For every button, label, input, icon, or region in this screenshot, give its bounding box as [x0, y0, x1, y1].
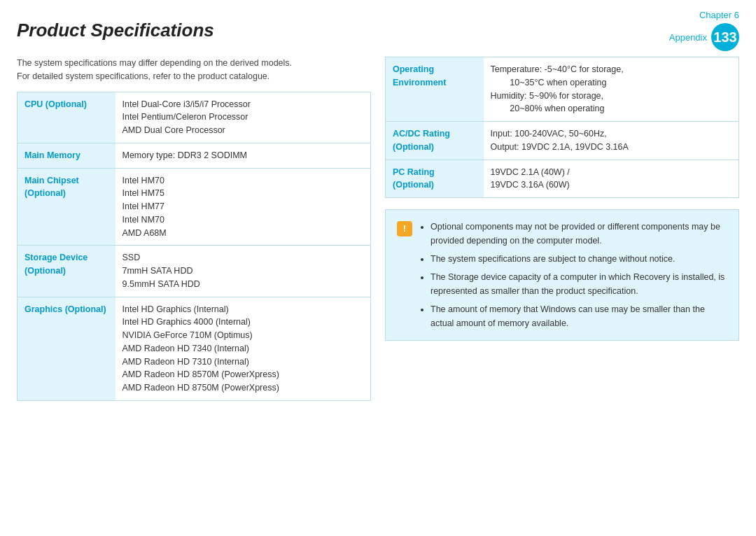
operating-env-label: OperatingEnvironment	[386, 57, 484, 122]
chapter-label: Chapter 6	[699, 10, 739, 20]
memory-label: Main Memory	[18, 143, 115, 168]
main-content: The system specifications may differ dep…	[0, 51, 756, 415]
table-row: OperatingEnvironment Temperature: -5~40°…	[386, 57, 739, 122]
left-column: The system specifications may differ dep…	[17, 51, 371, 401]
pc-rating-label: PC Rating (Optional)	[386, 160, 484, 198]
table-row: CPU (Optional) Intel Dual-Core i3/i5/i7 …	[18, 92, 371, 143]
appendix-label: Appendix	[669, 32, 707, 43]
table-row: AC/DC Rating(Optional) Input: 100-240VAC…	[386, 122, 739, 160]
acdc-value: Input: 100-240VAC, 50~60Hz, Output: 19VD…	[484, 122, 739, 160]
storage-value: SSD 7mmH SATA HDD 9.5mmH SATA HDD	[115, 246, 371, 297]
list-item: The Storage device capacity of a compute…	[430, 270, 727, 298]
operating-env-value: Temperature: -5~40°C for storage, 10~35°…	[484, 57, 739, 122]
intro-line1: The system specifications may differ dep…	[17, 58, 292, 68]
memory-value: Memory type: DDR3 2 SODIMM	[115, 143, 371, 168]
right-column: OperatingEnvironment Temperature: -5~40°…	[385, 51, 739, 401]
left-specs-table: CPU (Optional) Intel Dual-Core i3/i5/i7 …	[17, 92, 371, 401]
right-specs-table: OperatingEnvironment Temperature: -5~40°…	[385, 57, 739, 198]
chapter-area: Chapter 6 Appendix 133	[669, 10, 739, 51]
pc-rating-value: 19VDC 2.1A (40W) / 19VDC 3.16A (60W)	[484, 160, 739, 198]
list-item: The amount of memory that Windows can us…	[430, 302, 727, 330]
chapter-number-badge: 133	[711, 23, 739, 51]
storage-label: Storage Device(Optional)	[18, 246, 115, 297]
list-item: The system specifications are subject to…	[430, 252, 727, 266]
notice-box: ! Optional components may not be provide…	[385, 209, 739, 341]
graphics-label: Graphics (Optional)	[18, 297, 115, 400]
cpu-value: Intel Dual-Core i3/i5/i7 Processor Intel…	[115, 92, 371, 143]
intro-line2: For detailed system specifications, refe…	[17, 71, 270, 81]
table-row: Storage Device(Optional) SSD 7mmH SATA H…	[18, 246, 371, 297]
table-row: Main Chipset(Optional) Intel HM70 Intel …	[18, 168, 371, 246]
notice-content: Optional components may not be provided …	[419, 220, 727, 330]
chipset-label: Main Chipset(Optional)	[18, 168, 115, 246]
list-item: Optional components may not be provided …	[430, 220, 727, 248]
chipset-value: Intel HM70 Intel HM75 Intel HM77 Intel N…	[115, 168, 371, 246]
page-header: Product Specifications Chapter 6 Appendi…	[0, 0, 756, 51]
intro-paragraph: The system specifications may differ dep…	[17, 51, 371, 83]
acdc-label: AC/DC Rating(Optional)	[386, 122, 484, 160]
notice-list: Optional components may not be provided …	[419, 220, 727, 330]
graphics-value: Intel HD Graphics (Internal) Intel HD Gr…	[115, 297, 371, 400]
page-title: Product Specifications	[17, 20, 214, 41]
cpu-label: CPU (Optional)	[18, 92, 115, 143]
notice-icon: !	[397, 221, 412, 237]
table-row: Graphics (Optional) Intel HD Graphics (I…	[18, 297, 371, 400]
table-row: Main Memory Memory type: DDR3 2 SODIMM	[18, 143, 371, 168]
table-row: PC Rating (Optional) 19VDC 2.1A (40W) / …	[386, 160, 739, 198]
